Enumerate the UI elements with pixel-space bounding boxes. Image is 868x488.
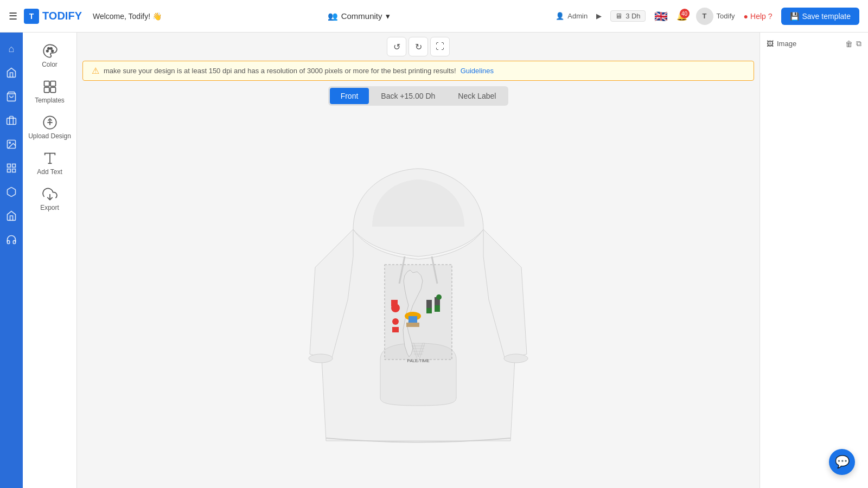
right-panel: 🖼 Image 🗑 ⧉ xyxy=(760,33,868,488)
copy-layer-button[interactable]: ⧉ xyxy=(856,39,861,48)
upload-icon xyxy=(42,115,58,130)
tab-bar: Front Back +15.00 Dh Neck Label xyxy=(328,86,509,106)
color-icon xyxy=(42,43,58,59)
svg-rect-6 xyxy=(12,169,16,172)
svg-rect-12 xyxy=(44,81,49,86)
tab-neck[interactable]: Neck Label xyxy=(447,88,507,104)
timer-badge: 🖥 3 Dh xyxy=(610,10,645,22)
warning-banner: ⚠ make sure your design is at least 150 … xyxy=(82,61,754,81)
fullscreen-button[interactable]: ⛶ xyxy=(430,37,450,56)
svg-point-38 xyxy=(436,294,442,300)
svg-rect-15 xyxy=(50,87,55,92)
delete-layer-button[interactable]: 🗑 xyxy=(845,39,853,48)
canvas-toolbar: ↺ ↻ ⛶ xyxy=(382,33,454,61)
right-panel-header: 🖼 Image 🗑 ⧉ xyxy=(767,39,861,48)
svg-point-9 xyxy=(47,48,49,50)
right-panel-actions: 🗑 ⧉ xyxy=(845,39,861,48)
svg-rect-13 xyxy=(50,81,55,86)
image-panel-label: Image xyxy=(777,40,796,48)
canvas-area: ↺ ↻ ⛶ ⚠ make sure your design is at leas… xyxy=(77,33,760,488)
sidebar: Color Templates Upload Design xyxy=(23,33,77,488)
svg-rect-4 xyxy=(8,164,11,168)
svg-rect-32 xyxy=(392,327,399,332)
logo: T TODIFY xyxy=(24,9,82,24)
sidebar-item-text[interactable]: Add Text xyxy=(26,146,74,180)
admin-icon: 👤 xyxy=(556,12,564,20)
tab-back[interactable]: Back +15.00 Dh xyxy=(370,88,446,104)
svg-point-31 xyxy=(392,318,399,325)
logo-text: TODIFY xyxy=(42,10,82,22)
hamburger-icon[interactable]: ☰ xyxy=(9,10,17,22)
warning-text: make sure your design is at least 150 dp… xyxy=(104,67,456,75)
header-left: ☰ T TODIFY Welcome, Todify! 👋 xyxy=(9,9,162,24)
welcome-text: Welcome, Todify! 👋 xyxy=(93,12,162,21)
svg-point-24 xyxy=(309,354,333,363)
export-icon xyxy=(42,187,58,202)
sidebar-item-bag[interactable] xyxy=(2,87,21,106)
hoodie-image: PALE/TIME xyxy=(304,148,532,452)
svg-point-8 xyxy=(46,50,48,52)
redo-button[interactable]: ↻ xyxy=(409,37,428,56)
text-icon xyxy=(42,151,58,166)
icon-bar: ⌂ xyxy=(0,33,23,488)
logo-box: T xyxy=(24,9,39,24)
community-icon: 👥 xyxy=(328,11,338,21)
svg-rect-7 xyxy=(8,169,11,172)
svg-rect-5 xyxy=(12,164,16,168)
admin-item[interactable]: 👤 Admin xyxy=(556,12,588,20)
sidebar-item-grid[interactable] xyxy=(2,206,21,226)
user-avatar: T xyxy=(696,8,713,25)
svg-rect-14 xyxy=(44,87,49,92)
save-icon: 💾 xyxy=(790,12,799,21)
header: ☰ T TODIFY Welcome, Todify! 👋 👥 Communit… xyxy=(0,0,868,33)
hoodie-canvas: PALE/TIME xyxy=(77,111,760,488)
sidebar-item-box[interactable] xyxy=(2,182,21,202)
svg-point-11 xyxy=(51,50,53,52)
video-icon[interactable]: ▶ xyxy=(596,12,602,20)
svg-rect-37 xyxy=(435,305,440,312)
image-panel-icon: 🖼 xyxy=(767,40,774,48)
svg-rect-28 xyxy=(409,316,417,323)
flag-icon[interactable]: 🇬🇧 xyxy=(654,10,668,23)
svg-point-25 xyxy=(504,354,528,363)
help-button[interactable]: ● Help ? xyxy=(744,12,773,21)
sidebar-item-building[interactable] xyxy=(2,111,21,130)
chat-icon: 💬 xyxy=(835,455,850,469)
timer-icon: 🖥 xyxy=(615,12,622,20)
sidebar-item-image[interactable] xyxy=(2,134,21,154)
help-icon: ● xyxy=(744,12,748,21)
svg-rect-29 xyxy=(406,323,419,327)
chat-button[interactable]: 💬 xyxy=(829,449,855,475)
warning-icon: ⚠ xyxy=(92,66,99,76)
main-layout: ⌂ xyxy=(0,33,868,488)
header-right: 👤 Admin ▶ 🖥 3 Dh 🇬🇧 🔔 40 T Todify ● Help… xyxy=(556,8,859,25)
sidebar-item-store[interactable] xyxy=(2,63,21,82)
sidebar-item-templates[interactable]: Templates xyxy=(26,75,74,108)
chevron-down-icon: ▾ xyxy=(386,11,390,21)
tab-front[interactable]: Front xyxy=(330,88,369,104)
svg-point-3 xyxy=(9,142,10,144)
sidebar-item-home[interactable]: ⌂ xyxy=(2,39,21,59)
guidelines-link[interactable]: Guidelines xyxy=(461,67,494,75)
sidebar-item-upload[interactable]: Upload Design xyxy=(26,111,74,144)
sidebar-item-layers[interactable] xyxy=(2,158,21,178)
svg-point-10 xyxy=(50,48,52,50)
community-button[interactable]: 👥 Community ▾ xyxy=(328,11,390,21)
sidebar-item-headset[interactable] xyxy=(2,230,21,249)
notification-bell[interactable]: 🔔 40 xyxy=(676,11,687,21)
svg-rect-33 xyxy=(391,300,398,306)
user-item[interactable]: T Todify xyxy=(696,8,735,25)
sidebar-item-color[interactable]: Color xyxy=(26,39,74,73)
header-center: 👥 Community ▾ xyxy=(170,11,547,21)
templates-icon xyxy=(42,79,58,94)
undo-button[interactable]: ↺ xyxy=(387,37,406,56)
notification-count: 40 xyxy=(680,9,690,18)
save-template-button[interactable]: 💾 Save template xyxy=(781,8,860,25)
svg-rect-1 xyxy=(7,118,16,125)
sidebar-item-export[interactable]: Export xyxy=(26,182,74,216)
svg-rect-36 xyxy=(426,308,432,313)
hoodie-wrapper: PALE/TIME xyxy=(304,148,532,452)
